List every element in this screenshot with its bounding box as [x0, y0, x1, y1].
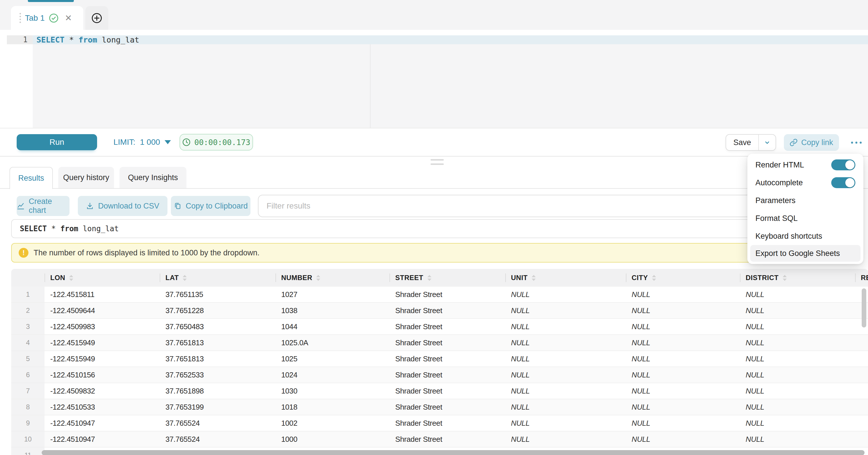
- table-cell[interactable]: 1044: [275, 319, 390, 334]
- table-cell[interactable]: 1000: [275, 431, 390, 447]
- autocomplete-toggle[interactable]: [831, 177, 855, 188]
- table-cell[interactable]: NULL: [740, 367, 855, 383]
- table-cell[interactable]: 1025.0A: [275, 335, 390, 351]
- save-button[interactable]: Save: [726, 135, 759, 150]
- table-cell[interactable]: 37.7651898: [160, 383, 275, 399]
- table-cell[interactable]: NULL: [505, 415, 626, 431]
- sort-icon[interactable]: [652, 275, 656, 281]
- row-number[interactable]: 1: [11, 287, 44, 302]
- tab-query-insights[interactable]: Query Insights: [120, 167, 186, 188]
- column-header-city[interactable]: CITY: [626, 269, 740, 287]
- row-number[interactable]: 5: [11, 351, 44, 367]
- table-cell[interactable]: Shrader Street: [390, 367, 505, 383]
- menu-item-parameters[interactable]: Parameters: [747, 191, 863, 209]
- table-cell[interactable]: 37.7651228: [160, 303, 275, 318]
- table-cell[interactable]: -122.4510947: [44, 431, 160, 447]
- table-cell[interactable]: Shrader Street: [390, 383, 505, 399]
- row-number[interactable]: 9: [11, 415, 44, 431]
- table-cell[interactable]: Shrader Street: [390, 399, 505, 415]
- drag-handle-icon[interactable]: [20, 13, 21, 23]
- table-cell[interactable]: NULL: [740, 351, 855, 367]
- table-cell[interactable]: NULL: [740, 303, 855, 318]
- table-cell[interactable]: Shrader Street: [390, 431, 505, 447]
- table-cell[interactable]: -122.4510947: [44, 415, 160, 431]
- tab-query-history[interactable]: Query history: [58, 167, 114, 188]
- limit-dropdown[interactable]: LIMIT: 1 000: [114, 128, 171, 156]
- save-options-button[interactable]: [759, 135, 776, 150]
- sort-icon[interactable]: [427, 275, 431, 281]
- menu-item-keyboard-shortcuts[interactable]: Keyboard shortcuts: [747, 227, 863, 245]
- sort-icon[interactable]: [183, 275, 187, 281]
- table-cell[interactable]: -122.4510533: [44, 399, 160, 415]
- row-number[interactable]: 3: [11, 319, 44, 334]
- column-header-street[interactable]: STREET: [390, 269, 505, 287]
- table-cell[interactable]: NULL: [626, 415, 740, 431]
- table-cell[interactable]: -122.4509644: [44, 303, 160, 318]
- table-cell[interactable]: NULL: [740, 399, 855, 415]
- table-cell[interactable]: NULL: [505, 383, 626, 399]
- table-cell[interactable]: NULL: [626, 383, 740, 399]
- table-cell[interactable]: Shrader Street: [390, 287, 505, 302]
- sort-icon[interactable]: [69, 275, 73, 281]
- table-cell[interactable]: NULL: [626, 303, 740, 318]
- table-cell[interactable]: 37.7651135: [160, 287, 275, 302]
- vertical-scrollbar[interactable]: [862, 289, 866, 328]
- sort-icon[interactable]: [532, 275, 536, 281]
- table-cell[interactable]: [855, 351, 868, 367]
- table-cell[interactable]: 1018: [275, 399, 390, 415]
- table-cell[interactable]: 37.7653199: [160, 399, 275, 415]
- table-cell[interactable]: NULL: [740, 431, 855, 447]
- table-cell[interactable]: 1038: [275, 303, 390, 318]
- tab-results[interactable]: Results: [9, 167, 53, 189]
- table-cell[interactable]: [855, 367, 868, 383]
- row-number[interactable]: 11: [11, 448, 44, 455]
- pane-resize-handle[interactable]: [431, 159, 444, 165]
- menu-item-autocomplete[interactable]: Autocomplete: [747, 174, 863, 191]
- menu-item-format-sql[interactable]: Format SQL: [747, 209, 863, 227]
- column-header-re[interactable]: RE: [855, 269, 868, 287]
- table-cell[interactable]: NULL: [505, 351, 626, 367]
- table-cell[interactable]: 1024: [275, 367, 390, 383]
- row-number[interactable]: 6: [11, 367, 44, 383]
- sql-code-editor[interactable]: 1 SELECT * from long_lat: [0, 30, 868, 128]
- render-html-toggle[interactable]: [831, 159, 855, 170]
- table-cell[interactable]: 37.765524: [160, 415, 275, 431]
- table-cell[interactable]: Shrader Street: [390, 335, 505, 351]
- table-cell[interactable]: NULL: [505, 399, 626, 415]
- sort-icon[interactable]: [316, 275, 320, 281]
- query-tab[interactable]: Tab 1 ✕: [11, 6, 83, 30]
- menu-item-export-google-sheets[interactable]: Export to Google Sheets: [750, 245, 861, 262]
- table-cell[interactable]: NULL: [626, 319, 740, 334]
- column-header-lon[interactable]: LON: [44, 269, 160, 287]
- table-cell[interactable]: 37.765524: [160, 431, 275, 447]
- table-cell[interactable]: NULL: [740, 319, 855, 334]
- table-cell[interactable]: Shrader Street: [390, 319, 505, 334]
- row-number[interactable]: 2: [11, 303, 44, 318]
- table-cell[interactable]: 37.7650483: [160, 319, 275, 334]
- horizontal-scrollbar[interactable]: [42, 450, 865, 455]
- table-cell[interactable]: 37.7652533: [160, 367, 275, 383]
- table-cell[interactable]: NULL: [740, 287, 855, 302]
- editor-background[interactable]: [33, 44, 868, 128]
- new-tab-button[interactable]: [85, 6, 108, 30]
- sort-icon[interactable]: [783, 275, 787, 281]
- column-header-lat[interactable]: LAT: [160, 269, 275, 287]
- table-cell[interactable]: 1027: [275, 287, 390, 302]
- row-number[interactable]: 8: [11, 399, 44, 415]
- table-cell[interactable]: NULL: [505, 367, 626, 383]
- row-number[interactable]: 7: [11, 383, 44, 399]
- table-cell[interactable]: NULL: [626, 399, 740, 415]
- download-csv-button[interactable]: Download to CSV: [78, 196, 167, 216]
- table-cell[interactable]: -122.4515811: [44, 287, 160, 302]
- table-cell[interactable]: NULL: [505, 287, 626, 302]
- table-cell[interactable]: [855, 335, 868, 351]
- table-cell[interactable]: -122.4509983: [44, 319, 160, 334]
- table-cell[interactable]: NULL: [740, 383, 855, 399]
- menu-item-render-html[interactable]: Render HTML: [747, 156, 863, 174]
- table-cell[interactable]: NULL: [626, 335, 740, 351]
- table-cell[interactable]: [855, 383, 868, 399]
- table-cell[interactable]: NULL: [505, 303, 626, 318]
- table-cell[interactable]: 1002: [275, 415, 390, 431]
- sql-code-line[interactable]: SELECT * from long_lat: [36, 35, 139, 44]
- table-cell[interactable]: Shrader Street: [390, 415, 505, 431]
